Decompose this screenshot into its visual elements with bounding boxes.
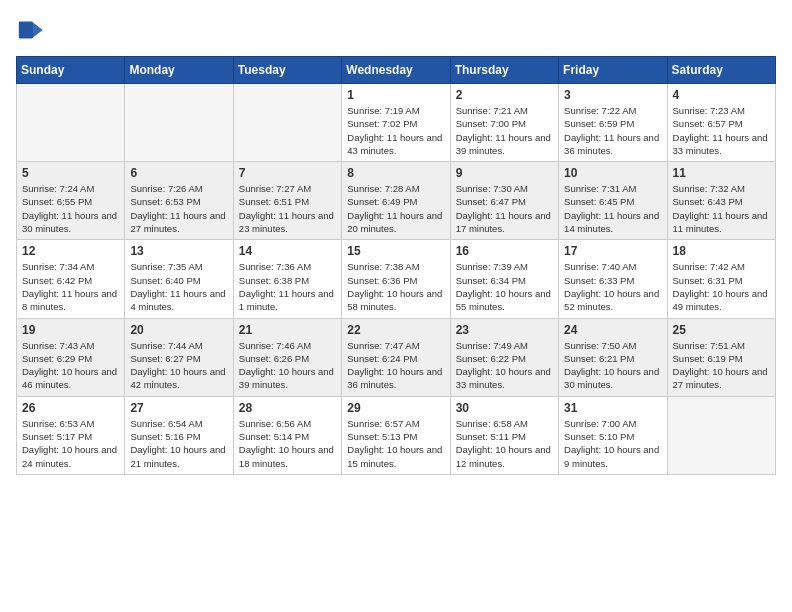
day-number: 14 <box>239 244 336 258</box>
day-cell: 2Sunrise: 7:21 AMSunset: 7:00 PMDaylight… <box>450 84 558 162</box>
day-cell: 4Sunrise: 7:23 AMSunset: 6:57 PMDaylight… <box>667 84 775 162</box>
day-cell: 26Sunrise: 6:53 AMSunset: 5:17 PMDayligh… <box>17 396 125 474</box>
day-cell: 16Sunrise: 7:39 AMSunset: 6:34 PMDayligh… <box>450 240 558 318</box>
day-cell: 10Sunrise: 7:31 AMSunset: 6:45 PMDayligh… <box>559 162 667 240</box>
day-info: Sunrise: 7:51 AMSunset: 6:19 PMDaylight:… <box>673 339 770 392</box>
day-number: 7 <box>239 166 336 180</box>
day-info: Sunrise: 7:49 AMSunset: 6:22 PMDaylight:… <box>456 339 553 392</box>
day-info: Sunrise: 7:22 AMSunset: 6:59 PMDaylight:… <box>564 104 661 157</box>
day-number: 23 <box>456 323 553 337</box>
day-cell <box>17 84 125 162</box>
day-info: Sunrise: 6:53 AMSunset: 5:17 PMDaylight:… <box>22 417 119 470</box>
day-cell: 27Sunrise: 6:54 AMSunset: 5:16 PMDayligh… <box>125 396 233 474</box>
day-number: 1 <box>347 88 444 102</box>
day-info: Sunrise: 7:43 AMSunset: 6:29 PMDaylight:… <box>22 339 119 392</box>
day-info: Sunrise: 7:39 AMSunset: 6:34 PMDaylight:… <box>456 260 553 313</box>
week-row-4: 19Sunrise: 7:43 AMSunset: 6:29 PMDayligh… <box>17 318 776 396</box>
weekday-header-saturday: Saturday <box>667 57 775 84</box>
day-info: Sunrise: 7:46 AMSunset: 6:26 PMDaylight:… <box>239 339 336 392</box>
day-cell: 22Sunrise: 7:47 AMSunset: 6:24 PMDayligh… <box>342 318 450 396</box>
logo-icon <box>16 16 44 44</box>
day-info: Sunrise: 7:35 AMSunset: 6:40 PMDaylight:… <box>130 260 227 313</box>
day-cell: 25Sunrise: 7:51 AMSunset: 6:19 PMDayligh… <box>667 318 775 396</box>
day-info: Sunrise: 7:31 AMSunset: 6:45 PMDaylight:… <box>564 182 661 235</box>
weekday-header-thursday: Thursday <box>450 57 558 84</box>
day-info: Sunrise: 7:23 AMSunset: 6:57 PMDaylight:… <box>673 104 770 157</box>
day-info: Sunrise: 7:00 AMSunset: 5:10 PMDaylight:… <box>564 417 661 470</box>
day-number: 22 <box>347 323 444 337</box>
day-number: 5 <box>22 166 119 180</box>
day-cell: 11Sunrise: 7:32 AMSunset: 6:43 PMDayligh… <box>667 162 775 240</box>
day-info: Sunrise: 7:38 AMSunset: 6:36 PMDaylight:… <box>347 260 444 313</box>
day-cell: 15Sunrise: 7:38 AMSunset: 6:36 PMDayligh… <box>342 240 450 318</box>
day-info: Sunrise: 6:56 AMSunset: 5:14 PMDaylight:… <box>239 417 336 470</box>
day-info: Sunrise: 7:27 AMSunset: 6:51 PMDaylight:… <box>239 182 336 235</box>
day-info: Sunrise: 6:58 AMSunset: 5:11 PMDaylight:… <box>456 417 553 470</box>
day-number: 11 <box>673 166 770 180</box>
weekday-header-row: SundayMondayTuesdayWednesdayThursdayFrid… <box>17 57 776 84</box>
day-info: Sunrise: 7:24 AMSunset: 6:55 PMDaylight:… <box>22 182 119 235</box>
day-cell: 18Sunrise: 7:42 AMSunset: 6:31 PMDayligh… <box>667 240 775 318</box>
day-info: Sunrise: 7:30 AMSunset: 6:47 PMDaylight:… <box>456 182 553 235</box>
day-number: 29 <box>347 401 444 415</box>
day-info: Sunrise: 7:40 AMSunset: 6:33 PMDaylight:… <box>564 260 661 313</box>
day-info: Sunrise: 7:26 AMSunset: 6:53 PMDaylight:… <box>130 182 227 235</box>
svg-rect-2 <box>19 22 33 39</box>
week-row-1: 1Sunrise: 7:19 AMSunset: 7:02 PMDaylight… <box>17 84 776 162</box>
day-cell: 14Sunrise: 7:36 AMSunset: 6:38 PMDayligh… <box>233 240 341 318</box>
day-number: 9 <box>456 166 553 180</box>
day-number: 18 <box>673 244 770 258</box>
day-info: Sunrise: 7:28 AMSunset: 6:49 PMDaylight:… <box>347 182 444 235</box>
day-info: Sunrise: 7:36 AMSunset: 6:38 PMDaylight:… <box>239 260 336 313</box>
svg-marker-1 <box>31 22 42 39</box>
header <box>16 16 776 44</box>
day-info: Sunrise: 7:47 AMSunset: 6:24 PMDaylight:… <box>347 339 444 392</box>
day-number: 27 <box>130 401 227 415</box>
day-cell: 29Sunrise: 6:57 AMSunset: 5:13 PMDayligh… <box>342 396 450 474</box>
weekday-header-tuesday: Tuesday <box>233 57 341 84</box>
day-info: Sunrise: 7:32 AMSunset: 6:43 PMDaylight:… <box>673 182 770 235</box>
day-cell <box>233 84 341 162</box>
day-cell: 1Sunrise: 7:19 AMSunset: 7:02 PMDaylight… <box>342 84 450 162</box>
day-cell: 30Sunrise: 6:58 AMSunset: 5:11 PMDayligh… <box>450 396 558 474</box>
week-row-5: 26Sunrise: 6:53 AMSunset: 5:17 PMDayligh… <box>17 396 776 474</box>
week-row-3: 12Sunrise: 7:34 AMSunset: 6:42 PMDayligh… <box>17 240 776 318</box>
day-number: 28 <box>239 401 336 415</box>
day-number: 10 <box>564 166 661 180</box>
day-number: 19 <box>22 323 119 337</box>
day-number: 4 <box>673 88 770 102</box>
day-number: 31 <box>564 401 661 415</box>
day-cell: 3Sunrise: 7:22 AMSunset: 6:59 PMDaylight… <box>559 84 667 162</box>
day-cell: 17Sunrise: 7:40 AMSunset: 6:33 PMDayligh… <box>559 240 667 318</box>
day-number: 25 <box>673 323 770 337</box>
day-info: Sunrise: 7:50 AMSunset: 6:21 PMDaylight:… <box>564 339 661 392</box>
day-info: Sunrise: 7:19 AMSunset: 7:02 PMDaylight:… <box>347 104 444 157</box>
day-number: 17 <box>564 244 661 258</box>
day-cell: 24Sunrise: 7:50 AMSunset: 6:21 PMDayligh… <box>559 318 667 396</box>
day-cell <box>125 84 233 162</box>
day-cell: 19Sunrise: 7:43 AMSunset: 6:29 PMDayligh… <box>17 318 125 396</box>
day-cell: 8Sunrise: 7:28 AMSunset: 6:49 PMDaylight… <box>342 162 450 240</box>
day-number: 8 <box>347 166 444 180</box>
day-cell <box>667 396 775 474</box>
logo <box>16 16 48 44</box>
week-row-2: 5Sunrise: 7:24 AMSunset: 6:55 PMDaylight… <box>17 162 776 240</box>
day-number: 21 <box>239 323 336 337</box>
day-number: 20 <box>130 323 227 337</box>
day-info: Sunrise: 6:57 AMSunset: 5:13 PMDaylight:… <box>347 417 444 470</box>
weekday-header-monday: Monday <box>125 57 233 84</box>
day-number: 13 <box>130 244 227 258</box>
day-info: Sunrise: 6:54 AMSunset: 5:16 PMDaylight:… <box>130 417 227 470</box>
day-cell: 21Sunrise: 7:46 AMSunset: 6:26 PMDayligh… <box>233 318 341 396</box>
day-number: 16 <box>456 244 553 258</box>
day-cell: 6Sunrise: 7:26 AMSunset: 6:53 PMDaylight… <box>125 162 233 240</box>
day-number: 2 <box>456 88 553 102</box>
weekday-header-friday: Friday <box>559 57 667 84</box>
day-cell: 12Sunrise: 7:34 AMSunset: 6:42 PMDayligh… <box>17 240 125 318</box>
day-number: 12 <box>22 244 119 258</box>
day-cell: 23Sunrise: 7:49 AMSunset: 6:22 PMDayligh… <box>450 318 558 396</box>
day-cell: 13Sunrise: 7:35 AMSunset: 6:40 PMDayligh… <box>125 240 233 318</box>
weekday-header-wednesday: Wednesday <box>342 57 450 84</box>
day-info: Sunrise: 7:42 AMSunset: 6:31 PMDaylight:… <box>673 260 770 313</box>
day-cell: 7Sunrise: 7:27 AMSunset: 6:51 PMDaylight… <box>233 162 341 240</box>
